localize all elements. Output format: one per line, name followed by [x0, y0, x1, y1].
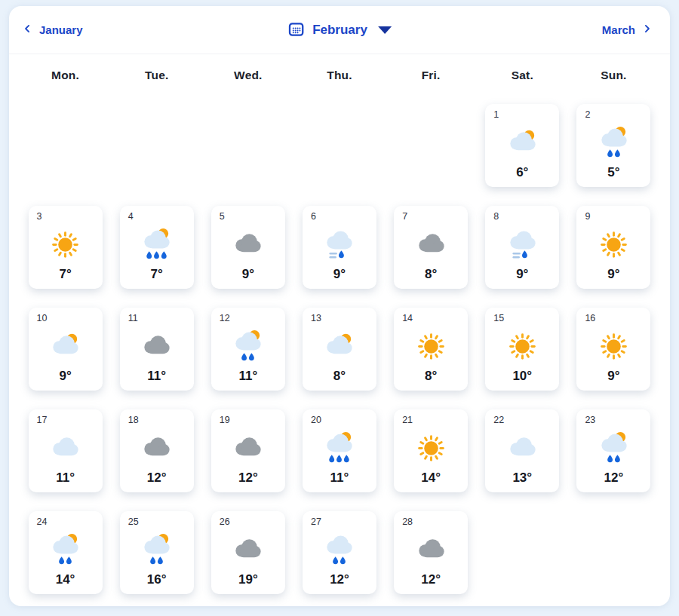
day-card[interactable]: 69° — [303, 206, 376, 289]
day-temperature: 9° — [585, 268, 642, 280]
day-card[interactable]: 109° — [29, 308, 103, 391]
day-card[interactable]: 1812° — [120, 409, 194, 492]
sun-icon — [585, 222, 642, 268]
day-card[interactable]: 2619° — [211, 511, 285, 594]
day-card[interactable]: 148° — [394, 308, 468, 391]
day-card[interactable]: 169° — [576, 308, 650, 391]
day-temperature: 9° — [220, 268, 277, 280]
day-number: 5 — [220, 212, 277, 222]
day-temperature: 12° — [220, 471, 277, 484]
day-number: 28 — [402, 517, 459, 527]
day-temperature: 10° — [493, 369, 551, 382]
day-number: 15 — [493, 314, 551, 323]
cloud-light-icon — [493, 425, 551, 472]
weather-calendar-panel: January February March — [9, 6, 670, 606]
cloud-grey-icon — [220, 222, 277, 268]
current-month-label: February — [312, 23, 367, 38]
day-number: 1 — [493, 110, 551, 120]
day-card[interactable]: 2312° — [576, 409, 650, 492]
day-temperature: 12° — [311, 573, 368, 586]
day-card[interactable]: 78° — [394, 206, 468, 289]
cloud-grey-icon — [402, 527, 459, 574]
day-number: 21 — [402, 415, 459, 425]
day-card[interactable]: 25° — [576, 104, 650, 187]
weekday-label: Sun. — [601, 69, 626, 82]
day-temperature: 11° — [220, 369, 277, 382]
next-month-button[interactable]: March — [602, 23, 652, 36]
weekday-label: Tue. — [145, 69, 169, 82]
day-card[interactable]: 99° — [576, 206, 650, 289]
month-dropdown[interactable]: February — [287, 20, 392, 40]
day-number: 24 — [37, 517, 94, 527]
cloud-grey-icon — [128, 323, 186, 370]
day-card[interactable]: 1211° — [211, 308, 285, 391]
drizzle-icon — [493, 222, 551, 268]
day-temperature: 8° — [311, 369, 368, 382]
day-card[interactable]: 2114° — [394, 409, 468, 492]
sun-icon — [493, 323, 551, 370]
day-temperature: 11° — [128, 369, 186, 382]
chevron-right-icon — [642, 23, 652, 36]
day-card[interactable]: 1111° — [120, 308, 194, 391]
chevron-left-icon — [23, 23, 32, 36]
day-temperature: 12° — [402, 573, 459, 586]
day-card[interactable]: 59° — [211, 206, 285, 289]
day-temperature: 9° — [493, 268, 551, 280]
day-card[interactable]: 37° — [29, 206, 103, 289]
rain-2-icon — [311, 527, 368, 574]
day-card[interactable]: 47° — [120, 206, 194, 289]
day-number: 23 — [585, 415, 642, 425]
sun-icon — [37, 222, 94, 268]
rain-sun-3-icon — [311, 425, 368, 472]
day-card[interactable]: 16° — [485, 104, 559, 187]
day-card[interactable]: 89° — [485, 206, 559, 289]
day-number: 19 — [220, 415, 277, 425]
calendar-header: January February March — [9, 6, 670, 54]
day-temperature: 5° — [585, 166, 642, 179]
day-card[interactable]: 2414° — [29, 511, 103, 594]
weekday-header-row: Mon.Tue.Wed.Thu.Fri.Sat.Sun. — [9, 54, 670, 97]
day-card[interactable]: 2712° — [303, 511, 376, 594]
day-temperature: 11° — [311, 471, 368, 484]
day-number: 7 — [402, 212, 459, 222]
day-number: 18 — [128, 415, 186, 425]
day-temperature: 12° — [128, 471, 186, 484]
day-number: 13 — [311, 314, 368, 323]
calendar-grid: 16°25°37°47°59°69°78°89°99°109°1111°1211… — [9, 97, 670, 606]
day-temperature: 7° — [37, 268, 94, 280]
day-card[interactable]: 1711° — [29, 409, 103, 492]
rain-sun-3-icon — [128, 222, 186, 268]
day-card[interactable]: 2011° — [303, 409, 376, 492]
day-card[interactable]: 138° — [303, 308, 376, 391]
day-card[interactable]: 2812° — [394, 511, 468, 594]
cloud-light-icon — [37, 425, 94, 472]
day-number: 8 — [493, 212, 551, 222]
weekday-label: Thu. — [327, 69, 352, 82]
rain-sun-2-icon — [128, 527, 186, 574]
day-card[interactable]: 2213° — [485, 409, 559, 492]
day-temperature: 14° — [37, 573, 94, 586]
day-number: 16 — [585, 314, 642, 323]
day-card[interactable]: 1912° — [211, 409, 285, 492]
day-temperature: 8° — [402, 369, 459, 382]
sun-icon — [402, 323, 459, 370]
day-temperature: 9° — [37, 369, 94, 382]
day-number: 27 — [311, 517, 368, 527]
weekday-label: Fri. — [422, 69, 441, 82]
cloud-sun-icon — [37, 323, 94, 370]
day-number: 6 — [311, 212, 368, 222]
day-number: 12 — [220, 314, 277, 323]
drizzle-icon — [311, 222, 368, 268]
day-temperature: 8° — [402, 268, 459, 280]
prev-month-button[interactable]: January — [23, 23, 83, 36]
day-card[interactable]: 1510° — [485, 308, 559, 391]
day-card[interactable]: 2516° — [120, 511, 194, 594]
day-number: 4 — [128, 212, 186, 222]
day-number: 17 — [37, 415, 94, 425]
cloud-grey-icon — [402, 222, 459, 268]
day-number: 2 — [585, 110, 642, 120]
day-temperature: 14° — [402, 471, 459, 484]
day-temperature: 12° — [585, 471, 642, 484]
cloud-grey-icon — [220, 527, 277, 574]
day-number: 20 — [311, 415, 368, 425]
